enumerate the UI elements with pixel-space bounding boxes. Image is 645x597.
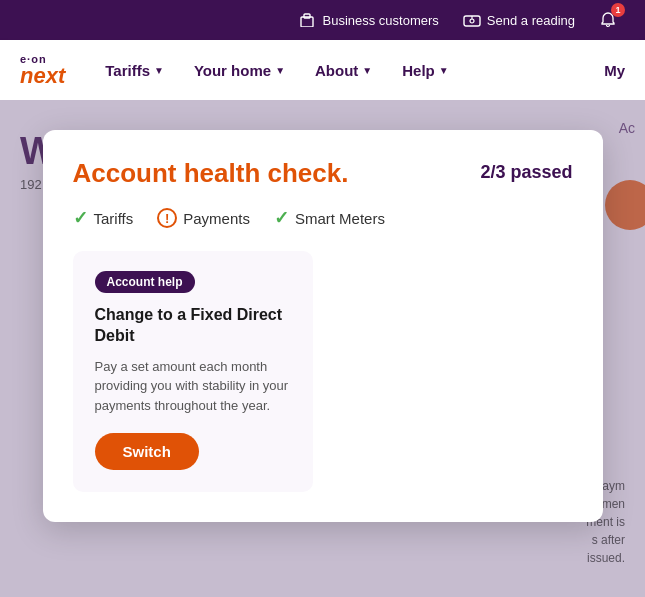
- check-tariffs: ✓ Tariffs: [73, 207, 134, 229]
- modal-passed: 2/3 passed: [480, 162, 572, 183]
- check-smart-meters: ✓ Smart Meters: [274, 207, 385, 229]
- tariffs-chevron-icon: ▼: [154, 65, 164, 76]
- card-tag: Account help: [95, 271, 195, 293]
- tariffs-check-icon: ✓: [73, 207, 88, 229]
- check-payments: ! Payments: [157, 208, 250, 228]
- account-help-card: Account help Change to a Fixed Direct De…: [73, 251, 313, 492]
- smart-meters-check-label: Smart Meters: [295, 210, 385, 227]
- logo[interactable]: e·on next: [20, 54, 65, 87]
- payments-warn-icon: !: [157, 208, 177, 228]
- health-check-modal: Account health check. 2/3 passed ✓ Tarif…: [43, 130, 603, 522]
- svg-rect-1: [304, 14, 310, 18]
- modal-overlay: Account health check. 2/3 passed ✓ Tarif…: [0, 100, 645, 597]
- business-icon: [298, 11, 316, 29]
- nav-tariffs[interactable]: Tariffs ▼: [105, 62, 164, 79]
- nav-help-label: Help: [402, 62, 435, 79]
- notification-wrapper[interactable]: 1: [599, 11, 625, 29]
- nav-bar: e·on next Tariffs ▼ Your home ▼ About ▼ …: [0, 40, 645, 100]
- nav-tariffs-label: Tariffs: [105, 62, 150, 79]
- top-bar: Business customers Send a reading 1: [0, 0, 645, 40]
- meter-icon: [463, 11, 481, 29]
- svg-point-3: [470, 19, 474, 23]
- modal-header: Account health check. 2/3 passed: [73, 158, 573, 189]
- business-customers-link[interactable]: Business customers: [298, 11, 438, 29]
- send-reading-label: Send a reading: [487, 13, 575, 28]
- modal-checks-row: ✓ Tariffs ! Payments ✓ Smart Meters: [73, 207, 573, 229]
- nav-about-label: About: [315, 62, 358, 79]
- nav-your-home-label: Your home: [194, 62, 271, 79]
- send-reading-link[interactable]: Send a reading: [463, 11, 575, 29]
- nav-help[interactable]: Help ▼: [402, 62, 448, 79]
- nav-your-home[interactable]: Your home ▼: [194, 62, 285, 79]
- help-chevron-icon: ▼: [439, 65, 449, 76]
- card-title: Change to a Fixed Direct Debit: [95, 305, 291, 347]
- tariffs-check-label: Tariffs: [94, 210, 134, 227]
- card-description: Pay a set amount each month providing yo…: [95, 357, 291, 416]
- about-chevron-icon: ▼: [362, 65, 372, 76]
- switch-button[interactable]: Switch: [95, 433, 199, 470]
- nav-about[interactable]: About ▼: [315, 62, 372, 79]
- smart-meters-check-icon: ✓: [274, 207, 289, 229]
- modal-title: Account health check.: [73, 158, 349, 189]
- logo-next: next: [20, 65, 65, 87]
- business-customers-label: Business customers: [322, 13, 438, 28]
- page-background: We 192 G Ac t paym paymen ment is s afte…: [0, 100, 645, 597]
- nav-my-label: My: [604, 62, 625, 79]
- payments-check-label: Payments: [183, 210, 250, 227]
- your-home-chevron-icon: ▼: [275, 65, 285, 76]
- notification-count: 1: [611, 3, 625, 17]
- nav-my[interactable]: My: [604, 62, 625, 79]
